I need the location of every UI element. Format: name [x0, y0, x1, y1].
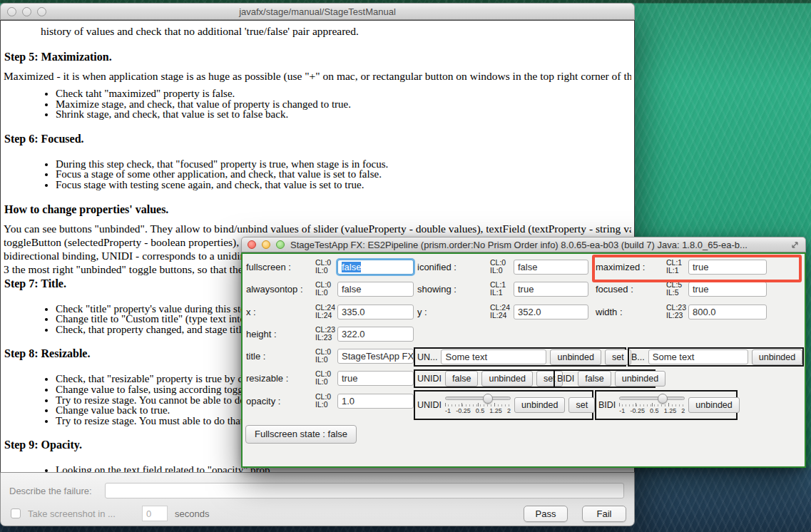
failure-bar: Describe the failure: Take screenshot in…: [0, 472, 635, 526]
prop-counters-x: CL:24IL:24: [315, 304, 335, 319]
tick-label: 2: [507, 407, 511, 414]
prop-counters-title: CL:0IL:0: [315, 348, 331, 364]
prop-field-x[interactable]: 335.0: [337, 305, 414, 319]
doc-bullet-item: During this step check, that "focused" p…: [56, 159, 631, 170]
prop-field-iconified[interactable]: false: [514, 260, 588, 275]
dialog-body: UN... Some text unbinded set B... Some t…: [241, 252, 806, 468]
title-unidi-binding-group: UN... Some text unbinded set: [414, 347, 626, 367]
opacity-bidi-slider[interactable]: -1 -0.25 0.5 1.25 2: [619, 397, 685, 414]
resizable-unidi-unbinded-button[interactable]: unbinded: [481, 371, 532, 387]
title-bidi-textfield[interactable]: Some text: [648, 349, 748, 364]
prop-label-height: height :: [246, 329, 277, 339]
prop-counters-fullscreen: CL:0IL:0: [315, 259, 331, 275]
prop-field-fullscreen[interactable]: false: [337, 260, 414, 275]
screenshot-checkbox-label: Take screenshot in ...: [28, 508, 116, 519]
prop-label-focused: focused :: [596, 284, 633, 295]
prop-label-width: width :: [596, 307, 623, 317]
doc-paragraph-line: Maximized - it is when application stage…: [4, 69, 631, 83]
bidi-label: BIDI: [557, 374, 574, 384]
opacity-unidi-slider[interactable]: -1 -0.25 0.5 1.25 2: [445, 397, 511, 414]
doc-block-h: Step 6: Focused.: [4, 133, 631, 145]
prop-field-title[interactable]: StageTestApp FX: [337, 349, 414, 364]
doc-window-title: javafx/stage/manual/StageTestManual: [1, 6, 634, 17]
prop-counters-y: CL:24IL:24: [490, 304, 510, 319]
prop-label-alwaysontop: alwaysontop :: [246, 284, 303, 295]
doc-bullet-item: Focus stage with testing scene again, an…: [56, 180, 631, 190]
prop-label-title: title :: [246, 351, 265, 362]
slider-track[interactable]: [619, 397, 685, 400]
title-unidi-textfield[interactable]: Some text: [441, 349, 546, 364]
tick-label: -0.25: [456, 407, 471, 414]
slider-tick-labels: -1 -0.25 0.5 1.25 2: [445, 407, 511, 414]
doc-window-titlebar: javafx/stage/manual/StageTestManual: [0, 3, 635, 20]
doc-block-p: Maximized - it is when application stage…: [4, 69, 631, 83]
prop-label-opacity: opacity :: [246, 396, 280, 406]
prop-counters-height: CL:23IL:23: [315, 326, 335, 342]
slider-track[interactable]: [445, 397, 511, 400]
doc-block-ul: During this step check, that "focused" p…: [4, 159, 631, 190]
prop-counters-showing: CL:1IL:1: [490, 281, 506, 297]
tick-label: -0.25: [630, 407, 645, 414]
doc-bullet-item: Maximize stage, and check, that value of…: [56, 99, 631, 110]
screenshot-seconds-input[interactable]: [142, 506, 168, 521]
describe-failure-label: Describe the failure:: [9, 486, 92, 496]
opacity-unidi-set-button[interactable]: set: [568, 397, 595, 413]
resizable-bidi-unbinded-button[interactable]: unbinded: [615, 371, 665, 387]
tick-label: -1: [619, 407, 625, 414]
slider-thumb[interactable]: [658, 394, 668, 404]
prop-field-width[interactable]: 800.0: [688, 305, 767, 319]
title-unidi-unbinded-button[interactable]: unbinded: [550, 349, 601, 365]
prop-field-maximized[interactable]: true: [688, 260, 767, 275]
tick-label: -1: [445, 407, 451, 414]
pass-button[interactable]: Pass: [524, 506, 568, 522]
slider-thumb[interactable]: [483, 394, 493, 404]
seconds-label: seconds: [175, 508, 209, 519]
tick-label: 0.5: [476, 407, 485, 414]
opacity-unidi-binding-group: UNIDI -1 -0.25 0.5 1.25 2 unbinded set: [414, 390, 593, 420]
zoom-button-icon[interactable]: [276, 240, 285, 249]
desktop-wallpaper: javafx/stage/manual/StageTestManual hist…: [0, 0, 811, 532]
resizable-unidi-toggle[interactable]: false: [445, 371, 478, 387]
stage-test-dialog: StageTestApp FX: ES2Pipeline (prism.orde…: [241, 237, 806, 468]
prop-counters-width: CL:23IL:23: [666, 304, 686, 319]
doc-block-cont: history of values and check that no addi…: [41, 25, 631, 38]
close-button-icon[interactable]: [248, 240, 256, 249]
tick-label: 1.25: [489, 407, 502, 414]
minimize-button-icon[interactable]: [262, 240, 270, 249]
prop-counters-iconified: CL:0IL:0: [490, 259, 506, 275]
tick-label: 1.25: [664, 407, 677, 414]
describe-failure-input[interactable]: [105, 483, 624, 498]
resizable-bidi-toggle[interactable]: false: [578, 371, 611, 387]
prop-counters-focused: CL:5IL:5: [666, 281, 682, 297]
slider-tick-labels: -1 -0.25 0.5 1.25 2: [619, 407, 685, 414]
dialog-titlebar: StageTestApp FX: ES2Pipeline (prism.orde…: [241, 237, 806, 252]
prop-field-focused[interactable]: true: [688, 282, 767, 297]
title-bidi-unbinded-button[interactable]: unbinded: [752, 349, 802, 365]
opacity-bidi-unbinded-button[interactable]: unbinded: [688, 397, 739, 413]
doc-paragraph-line: You can see buttons "unbinded". They all…: [4, 222, 631, 235]
fail-button[interactable]: Fail: [582, 506, 626, 522]
prop-label-iconified: iconified :: [417, 262, 456, 272]
resize-icon[interactable]: [790, 240, 800, 250]
prop-field-y[interactable]: 352.0: [514, 305, 588, 319]
prop-counters-maximized: CL:1IL:1: [666, 259, 682, 275]
prop-field-alwaysontop[interactable]: false: [337, 282, 414, 297]
prop-field-height[interactable]: 322.0: [337, 327, 414, 342]
bidi-label: B...: [631, 352, 645, 362]
prop-field-resizable[interactable]: true: [337, 371, 414, 386]
unidi-label: UNIDI: [417, 374, 442, 384]
prop-counters-resizable: CL:0IL:0: [315, 370, 331, 386]
opacity-unidi-unbinded-button[interactable]: unbinded: [514, 397, 565, 413]
opacity-bidi-binding-group: BIDI -1 -0.25 0.5 1.25 2 unbinded: [595, 390, 738, 420]
slider-ticks: [445, 403, 511, 406]
resizable-bidi-binding-group: BIDI false unbinded: [554, 369, 656, 388]
prop-field-opacity[interactable]: 1.0: [337, 394, 414, 409]
fullscreen-state-button[interactable]: Fullscreen state : false: [245, 425, 357, 444]
screenshot-checkbox[interactable]: [11, 508, 21, 518]
tick-label: 0.5: [650, 407, 659, 414]
unidi-label: UNIDI: [417, 400, 442, 410]
prop-field-showing[interactable]: true: [514, 282, 588, 297]
prop-label-showing: showing :: [417, 284, 456, 295]
slider-ticks: [619, 403, 685, 406]
prop-label-maximized: maximized :: [596, 262, 645, 272]
